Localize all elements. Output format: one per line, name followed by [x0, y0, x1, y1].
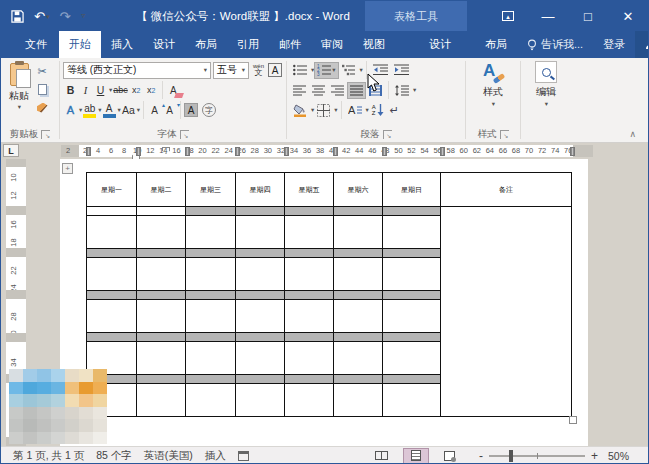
font-size-combobox[interactable]: 五号▾ — [213, 62, 249, 79]
zoom-percentage[interactable]: 50% — [608, 450, 638, 462]
table-body-cell[interactable] — [137, 342, 186, 375]
table-band-cell[interactable] — [186, 375, 236, 384]
align-center-button[interactable] — [309, 82, 328, 99]
table-band-cell[interactable] — [383, 375, 441, 384]
increase-indent-button[interactable] — [391, 62, 412, 79]
table-band-cell[interactable] — [383, 291, 441, 300]
font-color-button[interactable]: A — [102, 102, 117, 119]
clipboard-dialog-launcher[interactable]: ↘ — [41, 130, 50, 139]
table-header-cell[interactable]: 星期三 — [186, 173, 236, 207]
table-band-cell[interactable] — [334, 333, 383, 342]
table-body-cell[interactable] — [383, 342, 441, 375]
horizontal-ruler[interactable]: 2 24681012141618202224262830323436384042… — [61, 145, 593, 157]
table-body-cell[interactable] — [137, 384, 186, 417]
table-body-cell[interactable] — [383, 384, 441, 417]
text-highlight-button[interactable]: ab — [82, 102, 97, 119]
share-button[interactable]: 共享 — [635, 31, 649, 58]
bold-button[interactable]: B — [63, 82, 78, 99]
table-band-cell[interactable] — [236, 375, 285, 384]
table-band-cell[interactable] — [334, 291, 383, 300]
undo-button[interactable]: ↶▾ — [34, 10, 49, 23]
align-right-button[interactable] — [328, 82, 347, 99]
bullets-button[interactable] — [290, 62, 310, 79]
copy-icon[interactable] — [34, 82, 50, 97]
table-band-cell[interactable] — [334, 249, 383, 258]
table-band-cell[interactable] — [236, 249, 285, 258]
table-header-cell[interactable]: 星期一 — [87, 173, 137, 207]
table-band-cell[interactable] — [137, 333, 186, 342]
table-body-cell[interactable] — [137, 258, 186, 291]
redo-icon[interactable]: ↷ — [59, 10, 70, 23]
tab-stop-selector[interactable]: L — [3, 144, 19, 157]
table-move-handle[interactable]: + — [62, 163, 73, 174]
table-header-cell[interactable]: 备注 — [441, 173, 571, 207]
table-column-marker[interactable] — [235, 147, 240, 156]
borders-button[interactable] — [314, 102, 333, 119]
page-indicator[interactable]: 第 1 页, 共 1 页 — [13, 449, 84, 463]
table-body-cell[interactable] — [236, 342, 285, 375]
collapse-ribbon-icon[interactable]: ∧ — [629, 129, 636, 139]
table-notes-merged-cell[interactable] — [441, 207, 571, 417]
table-column-marker[interactable] — [333, 147, 338, 156]
justify-button[interactable] — [347, 82, 366, 99]
tab-insert[interactable]: 插入 — [101, 31, 143, 58]
table-band-cell[interactable] — [334, 207, 383, 216]
table-band-cell[interactable] — [236, 207, 285, 216]
table-body-cell[interactable] — [186, 342, 236, 375]
word-count[interactable]: 85 个字 — [96, 449, 132, 463]
table-body-cell[interactable] — [334, 384, 383, 417]
table-band-cell[interactable] — [383, 333, 441, 342]
table-body-cell[interactable] — [285, 342, 334, 375]
table-resize-handle[interactable] — [569, 416, 577, 424]
italic-button[interactable]: I — [78, 82, 93, 99]
styles-dialog-launcher[interactable]: ↘ — [500, 130, 509, 139]
table-body-cell[interactable] — [137, 216, 186, 249]
zoom-out-button[interactable]: - — [479, 449, 483, 463]
table-band-cell[interactable] — [87, 249, 137, 258]
tab-layout[interactable]: 布局 — [185, 31, 227, 58]
table-body-cell[interactable] — [285, 384, 334, 417]
table-body-cell[interactable] — [285, 216, 334, 249]
table-body-cell[interactable] — [236, 300, 285, 333]
table-body-cell[interactable] — [137, 300, 186, 333]
zoom-in-button[interactable]: + — [591, 449, 598, 463]
table-band-cell[interactable] — [383, 249, 441, 258]
zoom-slider[interactable] — [489, 455, 585, 457]
table-column-marker[interactable] — [440, 147, 445, 156]
table-column-marker[interactable] — [382, 147, 387, 156]
shrink-font-button[interactable]: A — [162, 102, 177, 119]
tab-table-design[interactable]: 设计 — [419, 31, 461, 58]
table-header-cell[interactable]: 星期二 — [137, 173, 186, 207]
table-band-cell[interactable] — [334, 375, 383, 384]
shading-button[interactable] — [290, 102, 310, 119]
paste-button[interactable]: 粘贴 ▾ — [4, 60, 34, 127]
customize-qat-icon[interactable]: ▿ — [80, 12, 85, 20]
table-body-cell[interactable] — [334, 300, 383, 333]
enclose-characters-button[interactable]: 字 — [202, 103, 216, 117]
table-row-marker[interactable] — [6, 159, 26, 167]
save-icon[interactable] — [11, 10, 24, 23]
font-dialog-launcher[interactable]: ↘ — [180, 130, 189, 139]
table-column-marker[interactable] — [284, 147, 289, 156]
table-column-marker[interactable] — [136, 147, 141, 156]
table-band-cell[interactable] — [285, 249, 334, 258]
table-body-cell[interactable] — [236, 258, 285, 291]
font-name-combobox[interactable]: 等线 (西文正文)▾ — [63, 62, 211, 79]
close-button[interactable]: ✕ — [608, 1, 648, 31]
table-body-cell[interactable] — [285, 258, 334, 291]
table-band-cell[interactable] — [285, 291, 334, 300]
table-band-cell[interactable] — [137, 249, 186, 258]
table-body-cell[interactable] — [236, 216, 285, 249]
table-row-marker[interactable] — [6, 290, 26, 299]
table-band-cell[interactable] — [285, 375, 334, 384]
insert-mode-indicator[interactable]: 插入 — [205, 449, 226, 463]
ribbon-display-options-icon[interactable]: ▴ — [488, 1, 528, 31]
table-body-cell[interactable] — [186, 384, 236, 417]
table-body-cell[interactable] — [334, 216, 383, 249]
cut-icon[interactable]: ✂ — [34, 64, 50, 79]
table-band-cell[interactable] — [87, 333, 137, 342]
change-case-button[interactable]: Aa — [121, 102, 136, 119]
table-header-cell[interactable]: 星期日 — [383, 173, 441, 207]
table-row-marker[interactable] — [6, 333, 26, 342]
character-shading-button[interactable]: A — [184, 103, 198, 117]
